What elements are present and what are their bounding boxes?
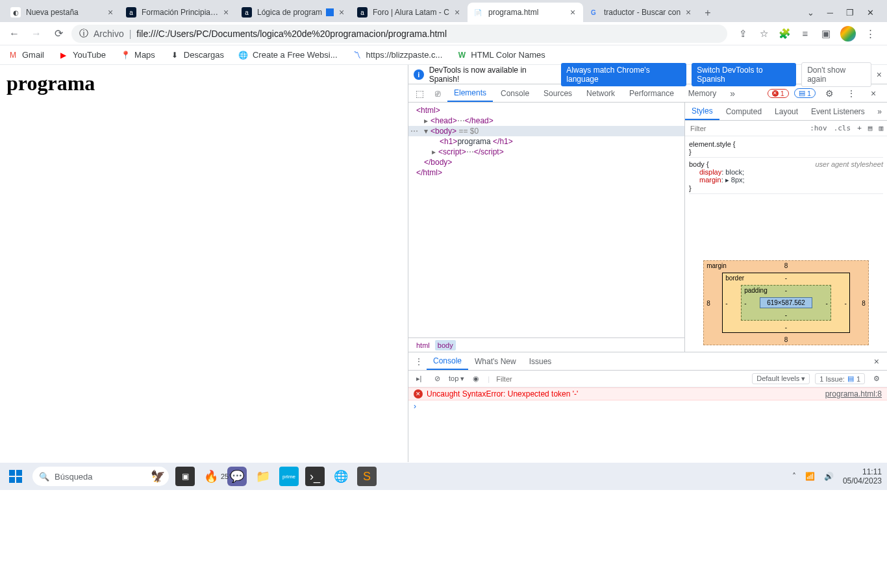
drawer-menu-icon[interactable]: ⋮: [411, 357, 427, 366]
reload-button[interactable]: ⟳: [49, 25, 68, 43]
maximize-icon[interactable]: ❐: [846, 8, 854, 18]
console-prompt[interactable]: ›: [408, 400, 887, 412]
back-button[interactable]: ←: [5, 25, 23, 43]
dont-show-button[interactable]: Don't show again: [801, 62, 871, 87]
tab-traductor[interactable]: Gtraductor - Buscar con×: [583, 3, 699, 22]
close-icon[interactable]: ×: [683, 7, 693, 18]
gear-icon[interactable]: ⚙: [870, 374, 883, 383]
close-icon[interactable]: ×: [865, 85, 882, 102]
forward-button[interactable]: →: [27, 25, 45, 43]
switch-language-button[interactable]: Switch DevTools to Spanish: [692, 63, 796, 86]
issues-badge[interactable]: ▤1: [794, 88, 816, 98]
tab-styles[interactable]: Styles: [685, 103, 719, 120]
crumb-html[interactable]: html: [414, 340, 432, 350]
dom-node[interactable]: <html>: [416, 106, 440, 115]
explorer-icon[interactable]: 📁: [253, 467, 273, 486]
firefox-icon[interactable]: 🔥: [201, 467, 221, 486]
tab-foro[interactable]: aForo | Alura Latam - C×: [352, 3, 468, 22]
dom-node[interactable]: </body>: [424, 158, 452, 167]
css-rules[interactable]: element.style { } body {user agent style…: [685, 136, 887, 254]
eye-icon[interactable]: ◉: [469, 374, 482, 383]
menu-icon[interactable]: ⋮: [864, 27, 877, 40]
hov-toggle[interactable]: :hov: [808, 124, 829, 132]
computed-icon[interactable]: ▤: [867, 124, 874, 132]
tab-layout[interactable]: Layout: [768, 103, 805, 120]
tab-formacion[interactable]: aFormación Principiante×: [121, 3, 236, 22]
task-view-icon[interactable]: ▣: [175, 467, 195, 486]
close-icon[interactable]: ×: [221, 7, 231, 18]
dom-node[interactable]: </html>: [416, 168, 442, 177]
extensions-icon[interactable]: 🧩: [778, 27, 791, 40]
close-icon[interactable]: ×: [336, 7, 347, 18]
tab-performance[interactable]: Performance: [623, 84, 681, 102]
close-window-icon[interactable]: ✕: [867, 8, 874, 18]
box-margin-left[interactable]: 8: [706, 299, 710, 306]
drawer-tab-console[interactable]: Console: [427, 352, 468, 370]
volume-icon[interactable]: 🔊: [824, 472, 834, 481]
box-border-right[interactable]: -: [844, 299, 846, 306]
close-icon[interactable]: ×: [452, 7, 462, 18]
close-icon[interactable]: ×: [568, 7, 578, 18]
sidebar-toggle-icon[interactable]: ▸|: [412, 374, 425, 383]
dom-node-selected[interactable]: <body>: [431, 127, 456, 136]
errors-badge[interactable]: ✕1: [768, 89, 789, 98]
drawer-tab-issues[interactable]: Issues: [523, 352, 558, 370]
box-padding-left[interactable]: -: [744, 299, 746, 306]
start-button[interactable]: [5, 466, 26, 487]
box-padding-top[interactable]: -: [785, 287, 787, 294]
css-selector[interactable]: element.style {: [689, 140, 883, 148]
tab-computed[interactable]: Computed: [719, 103, 768, 120]
crumb-body[interactable]: body: [435, 340, 456, 350]
chevron-up-icon[interactable]: ˄: [792, 472, 796, 481]
wifi-icon[interactable]: 📶: [805, 472, 815, 481]
drawer-tab-whatsnew[interactable]: What's New: [468, 352, 523, 370]
tab-programa[interactable]: 📄programa.html×: [468, 3, 583, 22]
bookmark-descargas[interactable]: ⬇Descargas: [169, 50, 224, 60]
share-icon[interactable]: ⇪: [736, 27, 749, 40]
gear-icon[interactable]: ⚙: [821, 85, 838, 102]
bookmark-colors[interactable]: WHTML Color Names: [456, 50, 545, 60]
styles-filter-input[interactable]: [688, 123, 805, 134]
chrome-icon[interactable]: 🌐: [331, 467, 351, 486]
close-icon[interactable]: ×: [877, 69, 882, 80]
box-margin-top[interactable]: 8: [784, 262, 788, 269]
close-icon[interactable]: ×: [869, 356, 884, 367]
box-margin-bottom[interactable]: 8: [784, 336, 788, 343]
dom-node[interactable]: <h1>: [440, 137, 457, 146]
issues-pill[interactable]: 1 Issue: ▤1: [815, 373, 865, 384]
dom-node[interactable]: <script>: [438, 147, 466, 156]
css-value[interactable]: : ▸ 8px;: [721, 176, 745, 184]
box-border-bottom[interactable]: -: [785, 324, 787, 331]
reading-list-icon[interactable]: ≡: [799, 27, 812, 40]
tab-memory[interactable]: Memory: [682, 84, 723, 102]
bookmark-youtube[interactable]: ▶YouTube: [58, 50, 106, 60]
box-model[interactable]: margin 8 8 8 8 border - - - - padding: [685, 254, 887, 352]
inspect-icon[interactable]: ⬚: [411, 85, 428, 102]
tab-event-listeners[interactable]: Event Listeners: [805, 103, 871, 120]
menu-icon[interactable]: ⋮: [843, 85, 860, 102]
bookmark-maps[interactable]: 📍Maps: [120, 50, 155, 60]
clear-console-icon[interactable]: ⊘: [431, 374, 443, 383]
context-selector[interactable]: top ▾: [449, 374, 464, 383]
chevron-down-icon[interactable]: ⌄: [807, 8, 814, 18]
css-value[interactable]: : block;: [721, 168, 744, 176]
css-property[interactable]: margin: [699, 176, 721, 184]
sidebar-icon[interactable]: ▥: [877, 124, 884, 132]
star-icon[interactable]: ☆: [757, 27, 770, 40]
tab-sources[interactable]: Sources: [537, 84, 579, 102]
elements-tree[interactable]: <html> ▸<head>⋯</head> ⋯▾<body> == $0 <h…: [408, 103, 684, 337]
tab-logica[interactable]: aLógica de program×: [236, 3, 352, 22]
cls-toggle[interactable]: .cls: [832, 124, 853, 132]
bookmark-gmail[interactable]: MGmail: [8, 50, 44, 60]
levels-selector[interactable]: Default levels ▾: [752, 373, 810, 384]
minimize-icon[interactable]: ─: [827, 8, 833, 18]
info-icon[interactable]: ⓘ: [79, 28, 88, 40]
box-margin-right[interactable]: 8: [862, 299, 866, 306]
box-padding-right[interactable]: -: [825, 299, 827, 306]
tab-elements[interactable]: Elements: [447, 84, 493, 102]
console-error-row[interactable]: ✕ Uncaught SyntaxError: Unexpected token…: [408, 387, 887, 400]
tab-console[interactable]: Console: [494, 84, 536, 102]
more-tabs-icon[interactable]: »: [872, 107, 887, 116]
bookmark-blizz[interactable]: 〽https://blizzpaste.c...: [352, 50, 443, 60]
console-output[interactable]: ✕ Uncaught SyntaxError: Unexpected token…: [408, 387, 887, 462]
